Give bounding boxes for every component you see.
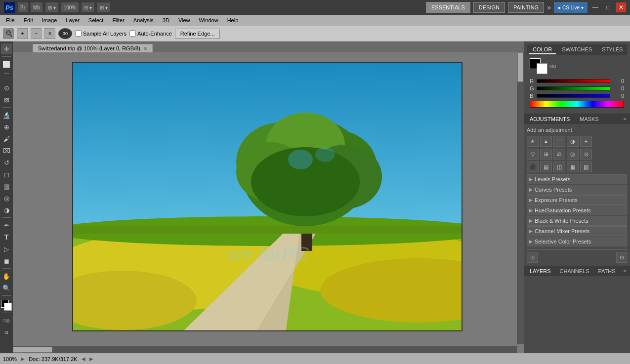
nav-left-arrow[interactable]: ◀ — [82, 356, 85, 362]
move-tool[interactable]: ✛ — [1, 43, 12, 54]
spot-healing-tool[interactable]: ⊕ — [1, 121, 12, 132]
menu-analysis[interactable]: Analysis — [129, 16, 158, 24]
lasso-tool[interactable]: ⌒ — [1, 71, 12, 81]
menu-3d[interactable]: 3D — [159, 16, 173, 24]
brush-size-control[interactable]: 30 — [58, 28, 72, 39]
selective-color-presets-item[interactable]: ▶ Selective Color Presets — [527, 237, 627, 246]
pen-tool[interactable]: ✒ — [1, 220, 12, 231]
hand-tool[interactable]: ✋ — [1, 271, 12, 282]
gradient-map-adj-icon[interactable]: ▦ — [567, 162, 579, 172]
color-spectrum-bar[interactable] — [530, 101, 624, 108]
layers-panel-collapse[interactable]: ≡ — [622, 269, 628, 274]
br-button[interactable]: Br — [18, 2, 28, 12]
status-expand-arrow[interactable]: ▶ — [21, 356, 25, 362]
menu-help[interactable]: Help — [223, 16, 243, 24]
canvas-scroll[interactable]: we forPC — [13, 52, 524, 353]
tab-swatches[interactable]: SWATCHES — [558, 45, 596, 54]
exposure-presets-item[interactable]: ▶ Exposure Presets — [527, 195, 627, 205]
menu-select[interactable]: Select — [84, 16, 108, 24]
more-workspaces-button[interactable]: » — [547, 3, 551, 11]
mb-button[interactable]: Mb — [31, 2, 42, 12]
tab-channels[interactable]: CHANNELS — [556, 267, 593, 275]
tab-adjustments[interactable]: ADJUSTMENTS — [526, 115, 574, 123]
tab-styles[interactable]: STYLES — [598, 45, 627, 54]
color-balance-adj-icon[interactable]: ⊞ — [540, 149, 552, 160]
adj-bottom-icon-1[interactable]: ⊡ — [527, 252, 538, 263]
zoom-button[interactable]: 100% — [61, 2, 79, 12]
rectangular-marquee-tool[interactable]: ⬜ — [1, 59, 12, 70]
blur-tool[interactable]: ◎ — [1, 193, 12, 203]
sample-all-layers-checkbox[interactable]: Sample All Layers — [75, 30, 126, 37]
gradient-tool[interactable]: ▥ — [1, 181, 12, 192]
bw-adj-icon[interactable]: ⚖ — [553, 149, 565, 160]
refine-edge-button[interactable]: Refine Edge... — [175, 29, 220, 39]
menu-layer[interactable]: Layer — [62, 16, 84, 24]
zoom-tool[interactable]: 🔍 — [1, 283, 12, 293]
photo-filter-adj-icon[interactable]: ◎ — [567, 149, 579, 160]
design-button[interactable]: DESIGN — [473, 2, 505, 13]
intersect-selection-icon[interactable]: × — [44, 28, 55, 39]
maximize-button[interactable]: □ — [603, 2, 613, 12]
background-swatch[interactable] — [537, 63, 547, 74]
curves-adj-icon[interactable]: ⌒ — [553, 136, 565, 147]
add-selection-icon[interactable]: + — [17, 28, 28, 39]
auto-enhance-input[interactable] — [129, 30, 136, 37]
crop-tool[interactable]: ⊠ — [1, 94, 12, 105]
subtract-selection-icon[interactable]: − — [31, 28, 42, 39]
bw-presets-item[interactable]: ▶ Black & White Presets — [527, 216, 627, 226]
minimize-button[interactable]: — — [590, 2, 600, 12]
vibrance-adj-icon[interactable]: + — [580, 136, 592, 147]
text-tool[interactable]: T — [1, 232, 12, 243]
history-brush-tool[interactable]: ↺ — [1, 157, 12, 168]
quick-selection-tool[interactable]: ⊙ — [1, 82, 12, 93]
document-tab[interactable]: Switzerland trip @ 100% (Layer 0, RGB/8)… — [33, 44, 153, 52]
adj-bottom-icon-2[interactable]: ⊙ — [616, 252, 627, 263]
painting-button[interactable]: PAINTING — [508, 2, 544, 13]
cs-live-button[interactable]: ● CS Live ▾ — [554, 2, 588, 13]
levels-adj-icon[interactable]: ▲ — [540, 136, 552, 147]
invert-adj-icon[interactable]: ⬛ — [527, 162, 539, 172]
close-button[interactable]: ✕ — [616, 2, 626, 12]
vertical-scrollbar[interactable] — [517, 52, 524, 344]
path-selection-tool[interactable]: ▷ — [1, 243, 12, 254]
tab-color[interactable]: COLOR — [529, 45, 556, 54]
brush-tool[interactable]: 🖌 — [1, 133, 12, 144]
hue-adj-icon[interactable]: ▽ — [527, 149, 539, 160]
auto-enhance-checkbox[interactable]: Auto-Enhance — [129, 30, 172, 37]
menu-window[interactable]: Window — [195, 16, 222, 24]
shape-tool[interactable]: ◼ — [1, 255, 12, 266]
tab-paths[interactable]: PATHS — [594, 267, 620, 275]
dodge-tool[interactable]: ◑ — [1, 204, 12, 215]
menu-view[interactable]: View — [174, 16, 194, 24]
adjustments-panel-collapse[interactable]: ≡ — [622, 117, 628, 121]
selective-color-adj-icon[interactable]: ▧ — [580, 162, 592, 172]
background-color[interactable] — [4, 303, 12, 311]
quick-selection-icon[interactable] — [3, 28, 14, 39]
levels-presets-item[interactable]: ▶ Levels Presets — [527, 174, 627, 184]
menu-image[interactable]: Image — [38, 16, 61, 24]
menu-edit[interactable]: Edit — [20, 16, 37, 24]
screen-mode-tool[interactable]: ⊡ — [1, 327, 12, 338]
exposure-adj-icon[interactable]: ◑ — [567, 136, 579, 147]
curves-presets-item[interactable]: ▶ Curves Presets — [527, 185, 627, 195]
menu-filter[interactable]: Filter — [108, 16, 128, 24]
eraser-tool[interactable]: ◻ — [1, 169, 12, 180]
channel-mixer-presets-item[interactable]: ▶ Channel Mixer Presets — [527, 226, 627, 236]
nav-right-arrow[interactable]: ▶ — [89, 356, 93, 362]
essentials-button[interactable]: ESSENTIALS — [426, 2, 470, 13]
r-slider[interactable] — [537, 79, 610, 83]
hue-sat-presets-item[interactable]: ▶ Hue/Saturation Presets — [527, 205, 627, 215]
grid-button[interactable]: ⊞ ▾ — [97, 2, 110, 12]
color-swatches[interactable] — [1, 300, 12, 311]
b-slider[interactable] — [537, 94, 610, 98]
threshold-adj-icon[interactable]: ◫ — [553, 162, 565, 172]
g-slider[interactable] — [537, 86, 610, 90]
fg-bg-swatches[interactable] — [530, 58, 547, 74]
arrangement-button[interactable]: ⊞ ▾ — [45, 2, 58, 12]
tab-masks[interactable]: MASKS — [576, 115, 603, 123]
brightness-adj-icon[interactable]: ☀ — [527, 136, 539, 147]
tab-layers[interactable]: LAYERS — [526, 267, 555, 275]
clone-stamp-tool[interactable]: ⌧ — [1, 145, 12, 156]
menu-file[interactable]: File — [2, 16, 19, 24]
posterize-adj-icon[interactable]: ▤ — [540, 162, 552, 172]
